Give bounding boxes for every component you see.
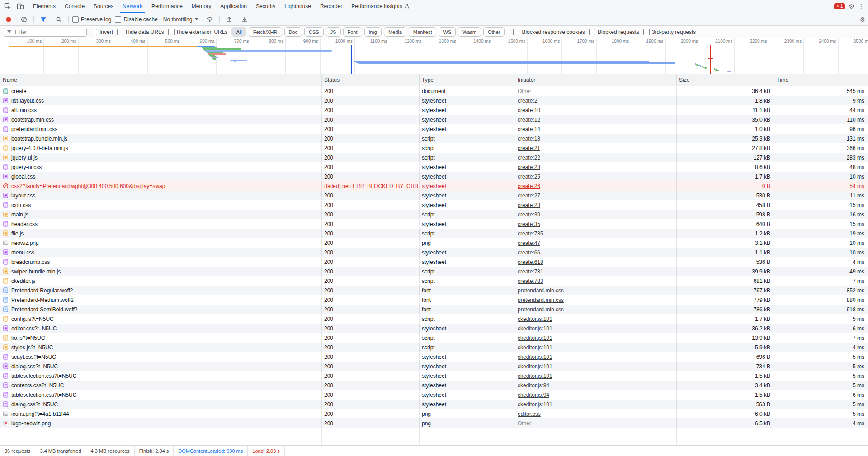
- request-initiator-link[interactable]: create:47: [518, 240, 540, 246]
- column-header-type[interactable]: Type: [419, 74, 515, 86]
- tab-elements[interactable]: Elements: [28, 0, 60, 13]
- request-initiator-link[interactable]: editor.css: [518, 411, 541, 417]
- filter-chip-wasm[interactable]: Wasm: [458, 27, 481, 37]
- table-row[interactable]: bootstrap.bundle.min.js200scriptcreate:1…: [0, 134, 868, 143]
- filter-chip-css[interactable]: CSS: [304, 27, 324, 37]
- filter-chip-fetch-xhr[interactable]: Fetch/XHR: [249, 27, 282, 37]
- request-initiator-link[interactable]: ckeditor.js:101: [518, 401, 552, 408]
- throttling-dropdown[interactable]: No throttling: [161, 15, 201, 24]
- table-row[interactable]: css2?family=Pretendard:wght@300;400;500;…: [0, 181, 868, 191]
- table-row[interactable]: file.js200scriptcreate:7851.2 kB19 ms: [0, 229, 868, 238]
- tab-application[interactable]: Application: [216, 0, 251, 13]
- network-settings-gear-icon[interactable]: ⚙: [859, 16, 865, 23]
- export-har-button[interactable]: [239, 14, 250, 25]
- request-initiator-link[interactable]: ckeditor.js:94: [518, 382, 549, 389]
- table-row[interactable]: styles.js?t=N5UC200scriptckeditor.js:101…: [0, 343, 868, 352]
- settings-gear-icon[interactable]: ⚙: [849, 3, 854, 9]
- request-initiator-link[interactable]: ckeditor.js:101: [518, 373, 552, 379]
- table-row[interactable]: icons.png?t=4a1fb11f44200pngeditor.css6.…: [0, 409, 868, 418]
- column-header-name[interactable]: Name: [0, 74, 321, 86]
- table-row[interactable]: scayt.css?t=N5UC200stylesheetckeditor.js…: [0, 352, 868, 362]
- tab-recorder[interactable]: Recorder: [316, 0, 347, 13]
- request-initiator-link[interactable]: pretendard.min.css: [518, 306, 564, 313]
- request-initiator-link[interactable]: ckeditor.js:101: [518, 335, 552, 341]
- invert-checkbox[interactable]: Invert: [91, 29, 113, 35]
- filter-chip-other[interactable]: Other: [483, 27, 505, 37]
- table-row[interactable]: dialog.css?t=N5UC200stylesheetckeditor.j…: [0, 362, 868, 371]
- table-row[interactable]: tableselection.css?t=N5UC200stylesheetck…: [0, 371, 868, 381]
- import-har-button[interactable]: [223, 14, 235, 25]
- request-initiator-link[interactable]: create:10: [518, 107, 540, 113]
- network-conditions-button[interactable]: [204, 14, 216, 25]
- request-initiator-link[interactable]: ckeditor.js:101: [518, 325, 552, 332]
- table-row[interactable]: logo-neowiz.png200pngOther6.5 kB4 ms: [0, 418, 868, 428]
- tab-network[interactable]: Network: [118, 0, 147, 13]
- hide-extension-urls-checkbox[interactable]: Hide extension URLs: [168, 29, 228, 35]
- request-initiator-link[interactable]: ckeditor.js:101: [518, 363, 552, 370]
- error-count-badge[interactable]: × 1: [834, 3, 845, 9]
- request-initiator-link[interactable]: create:2: [518, 98, 537, 104]
- filter-chip-media[interactable]: Media: [384, 27, 406, 37]
- table-row[interactable]: create200documentOther36.4 kB545 ms: [0, 86, 868, 96]
- filter-input[interactable]: [14, 28, 84, 36]
- tab-sources[interactable]: Sources: [89, 0, 118, 13]
- request-initiator-link[interactable]: create:618: [518, 259, 543, 265]
- table-row[interactable]: global.css200stylesheetcreate:251.7 kB10…: [0, 172, 868, 181]
- device-toolbar-button[interactable]: [14, 1, 26, 12]
- request-initiator-link[interactable]: create:30: [518, 212, 540, 218]
- table-row[interactable]: config.js?t=N5UC200scriptckeditor.js:101…: [0, 314, 868, 324]
- request-initiator-link[interactable]: create:66: [518, 249, 540, 256]
- filter-chip-img[interactable]: Img: [364, 27, 382, 37]
- table-row[interactable]: header.css200stylesheetcreate:35640 B15 …: [0, 219, 868, 229]
- column-header-status[interactable]: Status: [321, 74, 419, 86]
- blocked-requests-checkbox[interactable]: Blocked requests: [589, 29, 639, 35]
- table-row[interactable]: FPretendard-Regular.woff2200fontpretenda…: [0, 286, 868, 295]
- tab-performance[interactable]: Performance: [147, 0, 187, 13]
- request-initiator-link[interactable]: ckeditor.js:101: [518, 316, 552, 322]
- filter-chip-all[interactable]: All: [231, 27, 246, 37]
- filter-toggle-button[interactable]: [38, 14, 49, 25]
- request-initiator-link[interactable]: create:26: [518, 183, 540, 189]
- request-initiator-link[interactable]: ckeditor.js:94: [518, 392, 549, 398]
- request-initiator-link[interactable]: create:783: [518, 278, 543, 284]
- table-row[interactable]: list-layout.css200stylesheetcreate:21.8 …: [0, 96, 868, 105]
- request-initiator-link[interactable]: pretendard.min.css: [518, 287, 564, 294]
- request-initiator-link[interactable]: pretendard.min.css: [518, 297, 564, 303]
- hide-data-urls-checkbox[interactable]: Hide data URLs: [117, 29, 164, 35]
- filter-chip-doc[interactable]: Doc: [284, 27, 302, 37]
- tab-memory[interactable]: Memory: [187, 0, 216, 13]
- table-row[interactable]: main.js200scriptcreate:30598 B16 ms: [0, 210, 868, 219]
- table-row[interactable]: menu.css200stylesheetcreate:661.1 kB10 m…: [0, 248, 868, 257]
- column-header-initiator[interactable]: Initiator: [515, 74, 676, 86]
- request-initiator-link[interactable]: ckeditor.js:101: [518, 344, 552, 351]
- filter-chip-manifest[interactable]: Manifest: [409, 27, 437, 37]
- request-initiator-link[interactable]: create:18: [518, 136, 540, 142]
- table-row[interactable]: editor.css?t=N5UC200stylesheetckeditor.j…: [0, 324, 868, 333]
- table-row[interactable]: bootstrap.min.css200stylesheetcreate:123…: [0, 115, 868, 124]
- request-initiator-link[interactable]: create:35: [518, 221, 540, 227]
- table-row[interactable]: tableselection.css?t=N5UC200stylesheetck…: [0, 390, 868, 400]
- filter-chip-ws[interactable]: WS: [439, 27, 456, 37]
- table-row[interactable]: jquery-ui.js200scriptcreate:22127 kB283 …: [0, 153, 868, 162]
- column-header-size[interactable]: Size: [676, 74, 774, 86]
- request-initiator-link[interactable]: create:28: [518, 202, 540, 208]
- kebab-menu-icon[interactable]: ⋮: [858, 3, 864, 9]
- tab-security[interactable]: Security: [251, 0, 280, 13]
- table-row[interactable]: ko.js?t=N5UC200scriptckeditor.js:10113.9…: [0, 333, 868, 343]
- table-row[interactable]: icon.css200stylesheetcreate:28458 B15 ms: [0, 200, 868, 210]
- table-row[interactable]: neowiz.png200pngcreate:473.1 kB10 ms: [0, 238, 868, 248]
- table-row[interactable]: dialog.css?t=N5UC200stylesheetckeditor.j…: [0, 400, 868, 409]
- blocked-response-cookies-checkbox[interactable]: Blocked response cookies: [513, 29, 585, 35]
- disable-cache-checkbox[interactable]: Disable cache: [115, 16, 157, 23]
- table-row[interactable]: jquery-4.0.0-beta.min.js200scriptcreate:…: [0, 143, 868, 153]
- clear-network-log-button[interactable]: [18, 14, 30, 25]
- inspect-element-button[interactable]: [2, 1, 14, 12]
- request-initiator-link[interactable]: create:22: [518, 155, 540, 161]
- request-initiator-link[interactable]: create:21: [518, 145, 540, 151]
- table-row[interactable]: all.min.css200stylesheetcreate:1011.1 kB…: [0, 105, 868, 115]
- preserve-log-checkbox[interactable]: Preserve log: [72, 16, 111, 23]
- request-initiator-link[interactable]: create:781: [518, 268, 543, 275]
- table-row[interactable]: ckeditor.js200scriptcreate:783681 kB7 ms: [0, 276, 868, 286]
- third-party-requests-checkbox[interactable]: 3rd-party requests: [643, 29, 696, 35]
- request-initiator-link[interactable]: create:785: [518, 230, 543, 237]
